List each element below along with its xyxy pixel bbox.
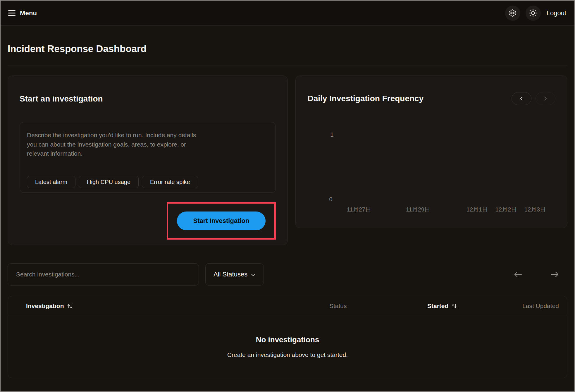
status-filter-select[interactable]: All Statuses xyxy=(205,263,264,286)
column-header-investigation[interactable]: Investigation xyxy=(26,302,329,310)
topbar: Menu xyxy=(1,1,574,26)
y-axis-tick-0: 0 xyxy=(329,196,332,203)
chevron-right-icon xyxy=(543,96,548,101)
chip-latest-alarm[interactable]: Latest alarm xyxy=(27,176,75,188)
main-content: Incident Response Dashboard Start an inv… xyxy=(1,44,574,378)
logout-button[interactable]: Logout xyxy=(546,9,567,17)
investigation-description-textarea[interactable]: Describe the investigation you'd like to… xyxy=(20,122,276,193)
menu-label: Menu xyxy=(20,9,37,17)
page-title: Incident Response Dashboard xyxy=(8,44,567,54)
arrow-right-icon xyxy=(550,271,559,278)
column-label: Investigation xyxy=(26,302,64,310)
annotation-highlight-box: Start Investigation xyxy=(167,202,276,240)
app-root: Menu xyxy=(0,0,575,392)
x-axis-tick: 11月29日 xyxy=(406,206,430,214)
hamburger-icon xyxy=(8,10,16,16)
filter-row: All Statuses xyxy=(8,263,567,286)
x-axis-tick: 12月1日 xyxy=(466,206,488,214)
settings-button[interactable] xyxy=(505,6,520,21)
sort-icon xyxy=(451,303,457,309)
start-card-title: Start an investigation xyxy=(20,93,276,104)
chart-prev-button[interactable] xyxy=(512,92,531,105)
textarea-placeholder: Describe the investigation you'd like to… xyxy=(27,130,205,158)
cards-row: Start an investigation Describe the inve… xyxy=(8,75,567,245)
daily-frequency-card: Daily Investigation Frequency xyxy=(295,75,567,228)
start-investigation-card: Start an investigation Describe the inve… xyxy=(8,75,288,245)
chevron-down-icon xyxy=(251,274,256,276)
next-page-button[interactable] xyxy=(550,271,559,278)
empty-state-title: No investigations xyxy=(256,335,319,344)
search-field xyxy=(8,263,199,286)
column-label: Started xyxy=(427,302,448,310)
chart-header: Daily Investigation Frequency xyxy=(307,92,555,105)
chevron-left-icon xyxy=(519,96,524,101)
empty-state-subtitle: Create an investigation above to get sta… xyxy=(227,351,348,358)
theme-toggle-button[interactable] xyxy=(526,6,541,21)
chip-high-cpu-usage[interactable]: High CPU usage xyxy=(79,176,139,188)
x-axis-tick: 12月3日 xyxy=(524,206,546,214)
chart-title: Daily Investigation Frequency xyxy=(307,93,423,104)
chart-nav-buttons xyxy=(512,92,555,105)
suggestion-chips: Latest alarm High CPU usage Error rate s… xyxy=(27,176,268,188)
topbar-actions: Logout xyxy=(505,6,567,21)
menu-button[interactable]: Menu xyxy=(8,9,37,17)
status-filter-value: All Statuses xyxy=(214,271,247,278)
arrow-left-icon xyxy=(514,271,522,278)
start-button-row: Start Investigation xyxy=(20,202,276,240)
title-divider xyxy=(8,66,567,66)
column-label: Last Updated xyxy=(522,302,559,310)
gear-icon xyxy=(509,9,517,17)
x-axis-tick: 12月2日 xyxy=(495,206,517,214)
chart-next-button[interactable] xyxy=(536,92,555,105)
table-empty-state: No investigations Create an investigatio… xyxy=(8,316,567,378)
column-header-status: Status xyxy=(329,302,427,310)
x-axis-tick: 11月27日 xyxy=(347,206,371,214)
start-investigation-button[interactable]: Start Investigation xyxy=(177,212,266,230)
sun-icon xyxy=(529,9,537,17)
column-header-last-updated: Last Updated xyxy=(515,302,559,310)
prev-page-button[interactable] xyxy=(514,271,522,278)
column-header-started[interactable]: Started xyxy=(427,302,515,310)
column-label: Status xyxy=(329,302,347,310)
table-pagination xyxy=(514,271,567,278)
sort-icon xyxy=(67,303,73,309)
table-header-row: Investigation Status Started xyxy=(8,296,567,316)
chip-error-rate-spike[interactable]: Error rate spike xyxy=(142,176,198,188)
y-axis-tick-1: 1 xyxy=(330,131,333,138)
investigations-table: Investigation Status Started xyxy=(8,296,567,378)
search-input[interactable] xyxy=(16,271,191,278)
